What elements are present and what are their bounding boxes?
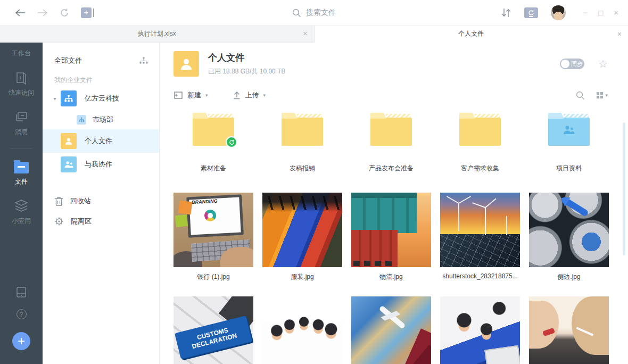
nav-item-workbench[interactable]: 工作台 (12, 49, 31, 58)
text-cursor (93, 9, 94, 17)
tree-item-personal-files[interactable]: 个人文件 (43, 129, 159, 153)
file-grid-row1: BRANDING 银行 (1).jpg 服装.jpg 物流.jpg (173, 193, 628, 282)
quick-access-icon (14, 71, 28, 85)
company-icon (61, 90, 77, 106)
file-thumbnail (440, 296, 520, 364)
tree-item-all-files[interactable]: 全部文件 (43, 54, 159, 67)
nav-item-messages[interactable]: 消息 (14, 110, 28, 137)
folder-name: 客户需求收集 (461, 164, 499, 173)
vertical-scrollbar[interactable] (623, 122, 625, 255)
help-icon[interactable]: ? (16, 309, 27, 319)
sync-toggle[interactable]: 同步 (560, 59, 584, 69)
tab-label: 执行计划.xlsx (0, 29, 314, 38)
toggle-knob (561, 60, 569, 68)
search-input[interactable]: 搜索文件 (292, 0, 336, 26)
nav-item-quick-access[interactable]: 快速访问 (9, 71, 34, 97)
upload-button[interactable]: 上传 ▾ (233, 90, 266, 100)
user-avatar[interactable] (551, 5, 566, 20)
messages-icon (14, 110, 28, 124)
folder-name: 素材准备 (201, 164, 226, 173)
file-thumbnail (440, 193, 520, 267)
file-thumbnail (351, 193, 431, 267)
file-tile[interactable]: 服装.jpg (262, 193, 342, 282)
folder-grid: 素材准备 发稿报销 产品发布会准备 客户需求收集 项目资料 (173, 107, 628, 193)
shared-with-me-icon (61, 156, 77, 172)
file-thumbnail: BRANDING (173, 193, 253, 267)
close-window-button[interactable]: × (614, 8, 618, 17)
folder-tile[interactable]: 发稿报销 (262, 107, 342, 180)
content-area: 个人文件 已用 18.88 GB/共 10.00 TB 同步 ☆ 新建 ▾ 上传… (160, 43, 628, 364)
storage-usage: 已用 18.88 GB/共 10.00 TB (208, 67, 285, 76)
minimize-button[interactable]: − (583, 8, 588, 17)
tab-execution-plan[interactable]: 执行计划.xlsx × (0, 26, 315, 42)
back-icon[interactable] (15, 9, 26, 17)
nav-item-files[interactable]: 文件 (14, 162, 29, 186)
view-mode-button[interactable]: ▾ (597, 92, 608, 98)
file-tile[interactable]: CUSTOMS DECLARATION (173, 296, 253, 364)
tree-item-label: 全部文件 (54, 56, 82, 65)
file-name: 服装.jpg (291, 272, 313, 282)
tree-item-department[interactable]: 市场部 (43, 110, 159, 129)
devices-icon[interactable] (15, 286, 28, 299)
nav-item-label: 小应用 (12, 217, 31, 226)
new-folder-icon (173, 91, 183, 100)
nav-item-label: 消息 (15, 128, 28, 137)
new-button[interactable]: 新建 ▾ (173, 90, 208, 100)
title-bar: + 搜索文件 − □ × (0, 0, 628, 26)
new-button-label: 新建 (187, 90, 201, 100)
file-tile[interactable] (440, 296, 520, 364)
folder-tile[interactable]: 客户需求收集 (440, 107, 520, 180)
files-folder-icon (14, 162, 29, 173)
maximize-button[interactable]: □ (598, 8, 603, 17)
file-tile[interactable] (529, 296, 609, 364)
trash-icon (54, 196, 63, 206)
chevron-down-icon: ▾ (605, 93, 608, 98)
content-search-icon[interactable] (576, 91, 585, 100)
favorite-star-icon[interactable]: ☆ (598, 59, 608, 69)
tree-item-quarantine[interactable]: 隔离区 (43, 211, 159, 231)
org-tree-icon[interactable] (139, 56, 148, 65)
refresh-icon[interactable] (60, 8, 69, 18)
sync-client-icon[interactable] (524, 7, 538, 18)
tree-item-label: 市场部 (93, 115, 113, 125)
tab-bar: 执行计划.xlsx × 个人文件 × (0, 26, 628, 43)
new-tab-button[interactable]: + (81, 7, 92, 18)
file-name: 银行 (1).jpg (197, 272, 229, 282)
folder-name: 发稿报销 (290, 164, 315, 173)
personal-space-avatar (173, 51, 199, 77)
file-name: 侧边.jpg (557, 272, 580, 282)
nav-item-mini-apps[interactable]: 小应用 (12, 199, 31, 226)
action-bar: 新建 ▾ 上传 ▾ ▾ (173, 90, 628, 100)
folder-tile-shared[interactable]: 项目资料 (529, 107, 609, 180)
upload-icon (233, 91, 241, 100)
file-tile[interactable]: 侧边.jpg (529, 193, 609, 282)
search-placeholder: 搜索文件 (306, 8, 336, 18)
tree-item-shared-with-me[interactable]: 与我协作 (43, 153, 159, 176)
grid-view-icon (597, 92, 603, 98)
file-tile[interactable]: 物流.jpg (351, 193, 431, 282)
tab-label: 个人文件 (315, 29, 628, 38)
file-tile[interactable]: shutterstock_283218875... (440, 193, 520, 282)
add-fab-button[interactable]: + (12, 332, 30, 350)
tab-personal-files[interactable]: 个人文件 × (315, 26, 628, 43)
folder-tree-sidebar: 全部文件 我的企业文件 ▾ 亿方云科技 市场部 个人文件 (43, 43, 160, 364)
file-tile[interactable]: BRANDING 银行 (1).jpg (173, 193, 253, 282)
upload-button-label: 上传 (245, 90, 259, 100)
forward-icon[interactable] (37, 9, 48, 17)
transfer-list-icon[interactable] (501, 7, 511, 18)
tree-item-recycle-bin[interactable]: 回收站 (43, 191, 159, 211)
expander-icon[interactable]: ▾ (49, 96, 61, 102)
nav-item-label: 工作台 (12, 49, 31, 58)
folder-tile[interactable]: 产品发布会准备 (351, 107, 431, 180)
tab-close-icon[interactable]: × (303, 29, 307, 38)
search-icon (292, 9, 301, 18)
file-tile[interactable] (351, 296, 431, 364)
personal-files-icon (61, 133, 77, 149)
department-icon (77, 115, 86, 125)
file-thumbnail (262, 193, 342, 267)
folder-tile[interactable]: 素材准备 (173, 107, 253, 180)
synced-badge-icon (226, 136, 237, 148)
tab-close-icon[interactable]: × (617, 30, 622, 38)
file-tile[interactable] (262, 296, 342, 364)
tree-item-company[interactable]: ▾ 亿方云科技 (43, 87, 159, 110)
